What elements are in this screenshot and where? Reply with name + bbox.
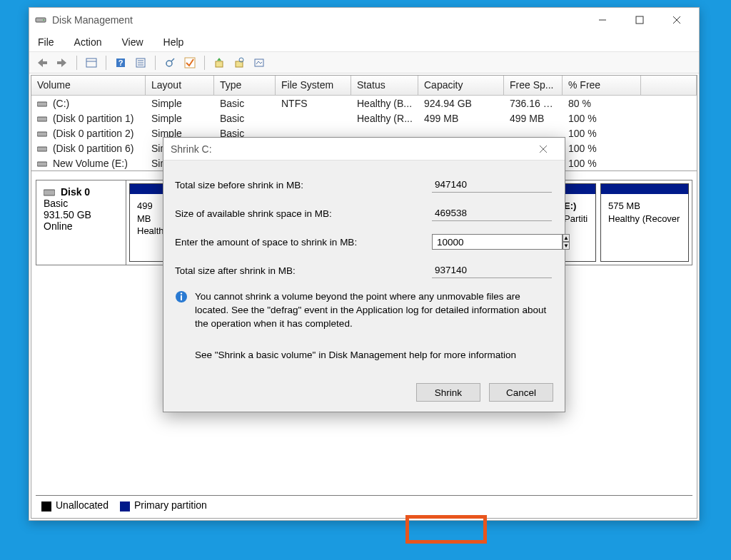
cell (504, 133, 563, 134)
svg-rect-9 (57, 61, 62, 64)
attach-icon (213, 57, 225, 68)
label-total-before: Total size before shrink in MB: (175, 180, 432, 190)
refresh-icon (164, 57, 176, 68)
shrink-button[interactable]: Shrink (416, 383, 480, 402)
svg-rect-35 (181, 295, 182, 300)
col-type[interactable]: Type (214, 76, 276, 95)
menu-view[interactable]: View (116, 34, 148, 51)
disk-name: Disk 0 (61, 186, 90, 198)
label-total-after: Total size after shrink in MB: (175, 265, 432, 276)
detach-icon (233, 57, 245, 68)
partition-size: 575 MB (608, 200, 681, 213)
help-icon: ? (115, 57, 126, 68)
legend-unallocated: Unallocated (56, 499, 109, 511)
cell: Healthy (R... (351, 112, 418, 125)
refresh-button[interactable] (161, 54, 178, 71)
check-button[interactable] (181, 54, 198, 71)
close-icon (539, 145, 548, 153)
check-icon (184, 57, 196, 68)
legend-unallocated-swatch (41, 502, 51, 511)
table-row[interactable]: (C:)SimpleBasicNTFSHealthy (B...924.94 G… (31, 96, 697, 111)
cell: (Disk 0 partition 1) (31, 112, 146, 125)
help-button[interactable]: ? (112, 54, 129, 71)
detach-button[interactable] (231, 54, 248, 71)
toolbar-divider (106, 56, 106, 70)
field-available (432, 205, 552, 221)
close-button[interactable] (660, 10, 693, 30)
spin-down-button[interactable]: ▼ (563, 242, 570, 250)
settings-button[interactable] (251, 54, 268, 71)
properties-button[interactable] (132, 54, 149, 71)
cell: NTFS (276, 97, 351, 110)
svg-rect-27 (37, 117, 47, 121)
svg-rect-29 (37, 147, 47, 151)
menu-action[interactable]: Action (69, 34, 108, 51)
cell: (Disk 0 partition 2) (31, 127, 146, 140)
menubar: File Action View Help (29, 32, 699, 52)
col-volume[interactable]: Volume (31, 76, 146, 95)
show-hide-button[interactable] (83, 54, 100, 71)
help-text: See "Shrink a basic volume" in Disk Mana… (195, 350, 553, 360)
col-freespace[interactable]: Free Sp... (504, 76, 563, 95)
partition[interactable]: 575 MB Healthy (Recover (600, 183, 689, 262)
cancel-button[interactable]: Cancel (489, 383, 553, 402)
settings-icon (253, 57, 265, 68)
svg-rect-7 (42, 61, 47, 64)
disk-management-icon (35, 14, 46, 26)
col-status[interactable]: Status (351, 76, 418, 95)
cell: Healthy (B... (351, 97, 418, 110)
svg-rect-25 (255, 59, 263, 66)
shrink-dialog: Shrink C: Total size before shrink in MB… (163, 137, 565, 412)
cell: 499 MB (504, 112, 563, 125)
table-row[interactable]: (Disk 0 partition 1)SimpleBasicHealthy (… (31, 111, 697, 126)
col-filesystem[interactable]: File System (276, 76, 351, 95)
cell: 100 % (563, 142, 641, 155)
menu-help[interactable]: Help (158, 34, 190, 51)
col-spacer (641, 76, 697, 95)
cell: 736.16 GB (504, 97, 563, 110)
cell: Simple (146, 97, 214, 110)
cell: 100 % (563, 157, 641, 170)
spin-up-button[interactable]: ▲ (563, 234, 570, 242)
properties-icon (135, 57, 146, 68)
svg-rect-10 (86, 58, 96, 67)
field-total-after (432, 263, 552, 278)
toolbar-divider (76, 56, 77, 70)
toolbar: ? (29, 52, 699, 73)
cell (276, 133, 351, 134)
partition-name: E:) (564, 200, 588, 213)
cell: Simple (146, 112, 214, 125)
maximize-button[interactable] (623, 10, 656, 30)
back-button[interactable] (34, 54, 51, 71)
minimize-button[interactable] (586, 10, 619, 30)
dialog-titlebar[interactable]: Shrink C: (163, 138, 565, 161)
cell: 100 % (563, 112, 641, 125)
menu-file[interactable]: File (32, 34, 60, 51)
cell: New Volume (E:) (31, 157, 146, 170)
svg-line-19 (171, 58, 174, 61)
svg-point-36 (181, 292, 182, 294)
col-pctfree[interactable]: % Free (563, 76, 641, 95)
col-capacity[interactable]: Capacity (418, 76, 504, 95)
cell: (C:) (31, 97, 146, 110)
dialog-title: Shrink C: (171, 143, 212, 155)
forward-button[interactable] (54, 54, 71, 71)
svg-marker-22 (217, 58, 221, 61)
arrow-right-icon (56, 57, 69, 68)
label-available: Size of available shrink space in MB: (175, 208, 432, 219)
field-shrink-amount[interactable] (432, 234, 563, 250)
attach-button[interactable] (211, 54, 228, 71)
table-header: Volume Layout Type File System Status Ca… (31, 76, 697, 96)
titlebar[interactable]: Disk Management (29, 8, 699, 32)
partition-status: Partiti (564, 213, 588, 225)
dialog-close-button[interactable] (529, 139, 558, 159)
svg-text:?: ? (119, 58, 123, 67)
svg-rect-30 (37, 162, 47, 166)
partition-status: Healthy (Recover (608, 213, 681, 225)
disk-label[interactable]: Disk 0 Basic 931.50 GB Online (36, 180, 126, 265)
col-layout[interactable]: Layout (146, 76, 214, 95)
cell: Basic (214, 112, 276, 125)
toolbar-divider (155, 56, 156, 70)
svg-point-18 (166, 61, 172, 66)
partition-bar (601, 184, 688, 194)
